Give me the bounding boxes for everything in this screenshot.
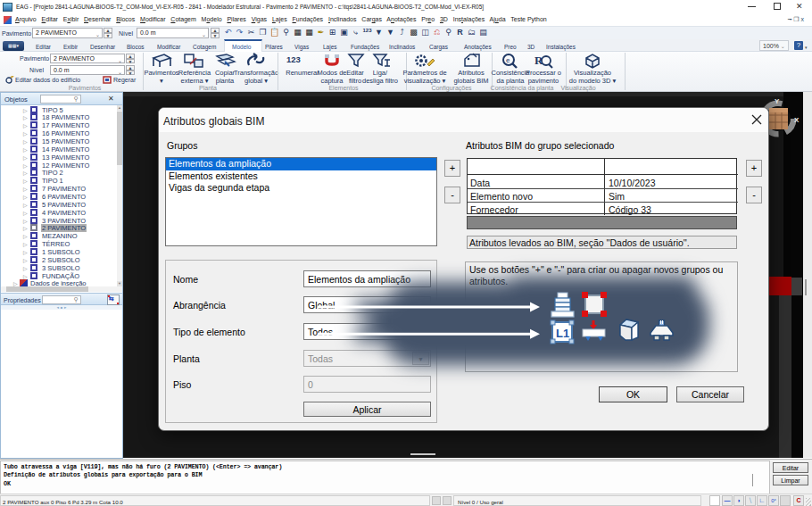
svg-text:X: X — [794, 116, 800, 124]
svg-text:Y: Y — [775, 97, 780, 105]
svg-text:e: e — [506, 56, 510, 64]
svg-text:L1: L1 — [556, 327, 569, 340]
